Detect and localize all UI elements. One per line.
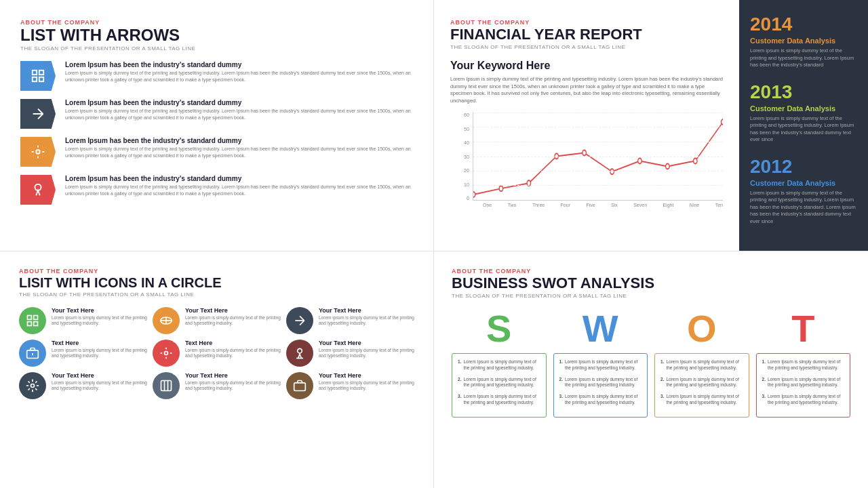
panel2-subtitle: THE SLOGAN OF THE PRESENTATION OR A SMAL… xyxy=(450,44,723,50)
swot-col-o: O Lorem Ipsum is simply dummy text of th… xyxy=(654,310,749,418)
svg-rect-0 xyxy=(33,70,37,75)
svg-point-41 xyxy=(31,384,35,388)
svg-rect-1 xyxy=(39,70,43,75)
svg-rect-25 xyxy=(28,322,32,326)
dark-sidebar: 2014 Customer Data Analysis Lorem ipsum … xyxy=(739,0,868,251)
svg-point-21 xyxy=(693,158,696,163)
swot-col-w: W Lorem Ipsum is simply dummy text of th… xyxy=(553,310,648,418)
svg-rect-2 xyxy=(33,77,37,81)
swot-box-s: Lorem Ipsum is simply dummy text of the … xyxy=(452,353,547,418)
icons-grid: Your Text Here Lorem ipsum is simply dum… xyxy=(19,307,414,399)
arrow-icon-3 xyxy=(20,137,56,167)
panel3-subtitle: THE SLOGAN OF THE PRESENTATION OR A SMAL… xyxy=(19,291,414,298)
x-axis: OneTwoThreeFourFiveSixSevenEightNineTen xyxy=(483,203,723,207)
svg-point-20 xyxy=(665,163,669,169)
svg-rect-3 xyxy=(39,77,43,81)
panel3-title: LISIT WITH ICONS IN A CIRCLE xyxy=(19,276,414,289)
panel2-title: FINANCIAL YEAR REPORT xyxy=(450,27,723,42)
y-axis: 6050403020100 xyxy=(464,113,473,201)
svg-point-19 xyxy=(638,158,642,163)
circle-icon-7 xyxy=(19,372,46,399)
arrow-text-2: Lorem Ipsum has been the industry's stan… xyxy=(65,99,413,121)
about-label-2: ABOUT THE COMPANY xyxy=(450,19,723,26)
svg-rect-26 xyxy=(34,322,38,326)
swot-col-t: T Lorem Ipsum is simply dummy text of th… xyxy=(756,310,851,418)
chart-container: 6050403020100 xyxy=(464,113,723,207)
panel-icons-circle: ABOUT THE COMPANY LISIT WITH ICONS IN A … xyxy=(0,251,434,488)
svg-rect-23 xyxy=(28,316,32,320)
svg-point-17 xyxy=(583,150,586,156)
about-label-3: ABOUT THE COMPANY xyxy=(19,268,414,274)
circle-icon-4 xyxy=(19,340,46,367)
financial-panel: ABOUT THE COMPANY FINANCIAL YEAR REPORT … xyxy=(434,0,739,251)
panel-swot: ABOUT THE COMPANY BUSINESS SWOT ANALYSIS… xyxy=(434,251,868,488)
swot-box-t: Lorem Ipsum is simply dummy text of the … xyxy=(756,353,851,418)
keyword-text: Lorem Ipsum is simply dummy text of the … xyxy=(450,76,723,104)
svg-line-6 xyxy=(38,114,43,119)
icon-item-8: Your Text Here Lorem ipsum is simply dum… xyxy=(153,372,281,399)
arrow-icon-2 xyxy=(20,99,56,129)
circle-icon-8 xyxy=(153,372,180,399)
arrow-icon-4 xyxy=(20,175,56,205)
swot-box-o: Lorem Ipsum is simply dummy text of the … xyxy=(654,353,749,418)
panel4-subtitle: THE SLOGAN OF THE PRESENTATION OR A SMAL… xyxy=(452,293,850,299)
circle-icon-3 xyxy=(286,307,313,334)
svg-point-40 xyxy=(298,348,302,353)
svg-rect-42 xyxy=(161,381,172,391)
arrow-icon-1 xyxy=(20,61,56,91)
svg-point-14 xyxy=(499,186,502,191)
swot-col-s: S Lorem Ipsum is simply dummy text of th… xyxy=(452,310,547,418)
circle-icon-9 xyxy=(286,372,313,399)
circle-icon-5 xyxy=(153,340,180,367)
circle-icon-2 xyxy=(153,307,180,334)
keyword-title: Your Keyword Here xyxy=(450,60,723,72)
icon-item-7: Your Text Here Lorem ipsum is simply dum… xyxy=(19,372,147,399)
icon-item-3: Your Text Here Lorem ipsum is simply dum… xyxy=(286,307,414,334)
svg-rect-24 xyxy=(34,316,38,320)
panel1-title: LIST WITH ARROWS xyxy=(20,27,413,43)
icon-item-2: Your Text Here Lorem ipsum is simply dum… xyxy=(153,307,281,334)
svg-point-35 xyxy=(165,352,168,355)
timeline-2014: 2014 Customer Data Analysis Lorem ipsum … xyxy=(750,14,857,69)
svg-point-13 xyxy=(473,192,475,197)
about-label-1: ABOUT THE COMPANY xyxy=(20,19,413,26)
circle-icon-6 xyxy=(286,340,313,367)
top-right-section: ABOUT THE COMPANY FINANCIAL YEAR REPORT … xyxy=(434,0,868,251)
svg-point-18 xyxy=(610,169,614,174)
timeline-2012: 2012 Customer Data Analysis Lorem ipsum … xyxy=(750,156,857,226)
icon-item-6: Your Text Here Lorem ipsum is simply dum… xyxy=(286,340,414,367)
arrow-text-1: Lorem Ipsum has been the industry's stan… xyxy=(65,61,413,83)
swot-box-w: Lorem Ipsum is simply dummy text of the … xyxy=(553,353,648,418)
icon-item-1: Your Text Here Lorem ipsum is simply dum… xyxy=(19,307,147,334)
svg-line-32 xyxy=(300,321,304,325)
icon-item-4: Text Here Lorem ipsum is simply dummy te… xyxy=(19,340,147,367)
panel4-title: BUSINESS SWOT ANALYSIS xyxy=(452,276,850,291)
circle-icon-1 xyxy=(19,307,46,334)
panel1-subtitle: THE SLOGAN OF THE PRESENTATION OR A SMAL… xyxy=(20,45,413,52)
arrow-item-3: Lorem Ipsum has been the industry's stan… xyxy=(20,137,413,167)
svg-point-22 xyxy=(721,119,723,125)
arrow-item-1: Lorem Ipsum has been the industry's stan… xyxy=(20,61,413,91)
arrow-text-4: Lorem Ipsum has been the industry's stan… xyxy=(65,175,413,197)
svg-rect-45 xyxy=(294,383,306,391)
svg-point-7 xyxy=(36,150,40,154)
timeline-2013: 2013 Customer Data Analysis Lorem ipsum … xyxy=(750,81,857,144)
icon-item-9: Your Text Here Lorem ipsum is simply dum… xyxy=(286,372,414,399)
panel-list-arrows: ABOUT THE COMPANY LIST WITH ARROWS THE S… xyxy=(0,0,434,251)
swot-grid: S Lorem Ipsum is simply dummy text of th… xyxy=(452,310,850,418)
about-label-4: ABOUT THE COMPANY xyxy=(452,268,850,274)
chart-area xyxy=(473,113,723,201)
svg-line-31 xyxy=(300,316,304,321)
icon-item-5: Text Here Lorem ipsum is simply dummy te… xyxy=(153,340,281,367)
arrow-item-2: Lorem Ipsum has been the industry's stan… xyxy=(20,99,413,129)
arrow-text-3: Lorem Ipsum has been the industry's stan… xyxy=(65,137,413,159)
svg-line-5 xyxy=(38,109,43,114)
arrow-item-4: Lorem Ipsum has been the industry's stan… xyxy=(20,175,413,205)
